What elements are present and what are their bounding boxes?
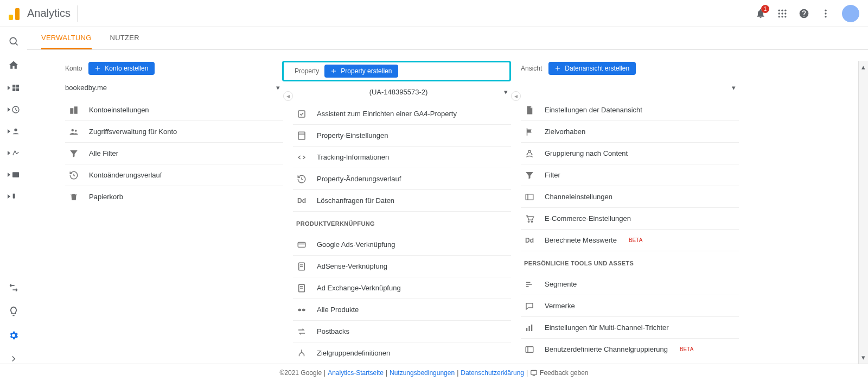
account-row[interactable]: Kontoänderungsverlauf (65, 164, 283, 186)
svg-point-11 (825, 16, 826, 17)
sheet-icon (296, 131, 307, 141)
footer-link-start[interactable]: Analytics-Startseite (328, 369, 384, 377)
nav-acquisition[interactable] (8, 149, 20, 157)
more-icon[interactable] (820, 8, 831, 19)
card-icon (296, 240, 307, 250)
notifications-icon[interactable]: 1 (755, 8, 766, 19)
filter-icon (524, 170, 535, 180)
left-nav (0, 27, 27, 364)
search-icon[interactable] (8, 36, 19, 47)
code-icon (296, 153, 307, 162)
product-logo[interactable]: Analytics (9, 7, 71, 20)
property-link-row-label: AdSense-Verknüpfung (317, 262, 387, 270)
dd-icon: Dd (296, 197, 307, 205)
view-tool-row[interactable]: Vermerke (521, 295, 739, 316)
chevron-down-icon: ▾ (504, 88, 508, 96)
collapse-nav-icon[interactable] (9, 354, 18, 364)
collapse-property-column[interactable]: ◂ (511, 91, 521, 101)
property-link-row[interactable]: Ad Exchange-Verknüpfung (293, 277, 511, 299)
property-row-label: Assistent zum Einrichten einer GA4-Prope… (317, 110, 457, 118)
create-property-button[interactable]: Property erstellen (324, 65, 398, 78)
account-row[interactable]: Papierkorb (65, 186, 283, 207)
account-row-label: Papierkorb (89, 193, 123, 201)
view-row[interactable]: Channeleinstellungen (521, 186, 739, 207)
view-row[interactable]: Filter (521, 164, 739, 186)
nav-conversions[interactable] (8, 192, 20, 201)
nav-realtime[interactable] (8, 105, 20, 114)
property-link-row[interactable]: AdSense-Verknüpfung (293, 255, 511, 277)
account-avatar[interactable] (842, 5, 859, 22)
footer-copyright: ©2021 Google (279, 369, 322, 377)
property-link-row[interactable]: Postbacks (293, 320, 511, 342)
footer-link-terms[interactable]: Nutzungsbedingungen (390, 369, 455, 377)
create-property-highlight: Property Property erstellen (282, 61, 511, 81)
svg-point-2 (784, 9, 786, 11)
view-row[interactable]: DdBerechnete MesswerteBETA (521, 229, 739, 251)
property-link-row[interactable]: Alle Produkte (293, 299, 511, 320)
create-account-button[interactable]: Konto erstellen (88, 62, 155, 75)
view-row[interactable]: Gruppierung nach Content (521, 142, 739, 164)
account-row[interactable]: Zugriffsverwaltung für Konto (65, 120, 283, 142)
create-view-button[interactable]: Datenansicht erstellen (548, 62, 636, 75)
property-link-row-label: Ad Exchange-Verknüpfung (317, 284, 401, 292)
property-row[interactable]: Tracking-Informationen (293, 146, 511, 168)
feedback-icon[interactable]: Feedback geben (530, 369, 588, 377)
view-col-label: Ansicht (521, 65, 542, 72)
checkbox-icon (296, 109, 307, 119)
account-row[interactable]: Alle Filter (65, 142, 283, 164)
svg-point-36 (528, 150, 531, 153)
view-tool-row-label: Vermerke (545, 302, 575, 310)
footer: ©2021 Google | Analytics-Startseite | Nu… (0, 364, 868, 381)
vertical-scrollbar[interactable]: ▴ ▾ (858, 61, 868, 364)
property-row[interactable]: Property-Änderungsverlauf (293, 168, 511, 189)
property-col-label: Property (295, 67, 319, 75)
nav-dashboards[interactable] (8, 84, 20, 92)
svg-point-7 (781, 16, 783, 17)
property-link-row-label: Postbacks (317, 327, 349, 335)
view-tool-row[interactable]: Einstellungen für Multi-Channel-Trichter (521, 316, 739, 338)
property-row[interactable]: Property-Einstellungen (293, 124, 511, 146)
account-row[interactable]: Kontoeinstellungen (65, 99, 283, 120)
nav-audience[interactable] (8, 127, 20, 136)
help-icon[interactable] (799, 8, 809, 19)
view-selector[interactable]: ▾ (521, 79, 739, 96)
view-tool-row[interactable]: Segmente (521, 273, 739, 295)
view-row-label: Gruppierung nach Content (545, 149, 628, 157)
scroll-up-icon[interactable]: ▴ (861, 63, 865, 71)
nav-behavior[interactable] (8, 170, 20, 179)
view-row[interactable]: E-Commerce-Einstellungen (521, 207, 739, 229)
chevron-down-icon: ▾ (732, 84, 736, 92)
link-icon (296, 305, 307, 315)
property-link-row[interactable]: Google Ads-Verknüpfung (293, 233, 511, 255)
history-icon (296, 174, 307, 184)
svg-rect-45 (529, 326, 530, 331)
product-name: Analytics (27, 7, 71, 20)
discover-icon[interactable] (8, 306, 19, 317)
history-icon (68, 170, 79, 180)
svg-point-6 (778, 16, 780, 17)
property-link-row[interactable]: Zielgruppendefinitionen (293, 342, 511, 364)
tab-admin[interactable]: VERWALTUNG (41, 27, 92, 49)
building-icon (68, 105, 79, 115)
view-tool-row[interactable]: Benutzerdefinierte ChannelgruppierungBET… (521, 338, 739, 360)
attribution-icon[interactable] (8, 282, 19, 293)
account-selector[interactable]: bookedby.me ▾ (65, 79, 283, 96)
view-row[interactable]: Zielvorhaben (521, 120, 739, 142)
home-icon[interactable] (8, 60, 19, 71)
scroll-down-icon[interactable]: ▾ (861, 353, 865, 361)
property-link-row-label: Google Ads-Verknüpfung (317, 240, 395, 249)
admin-gear-icon[interactable] (8, 330, 19, 341)
view-row[interactable]: Einstellungen der Datenansicht (521, 99, 739, 120)
collapse-account-column[interactable]: ◂ (283, 91, 293, 101)
dd-icon: Dd (524, 237, 535, 244)
svg-point-8 (784, 16, 786, 17)
create-view-label: Datenansicht erstellen (565, 65, 629, 72)
property-row[interactable]: Assistent zum Einrichten einer GA4-Prope… (293, 103, 511, 124)
property-selector[interactable]: (UA-148395573-2) ▾ (293, 85, 511, 99)
tab-users[interactable]: NUTZER (110, 27, 139, 49)
apps-icon[interactable] (777, 8, 788, 19)
svg-point-4 (781, 12, 783, 14)
footer-link-privacy[interactable]: Datenschutzerklärung (461, 369, 524, 377)
property-row[interactable]: DdLöschanfragen für Daten (293, 189, 511, 211)
swap-icon (296, 327, 307, 336)
